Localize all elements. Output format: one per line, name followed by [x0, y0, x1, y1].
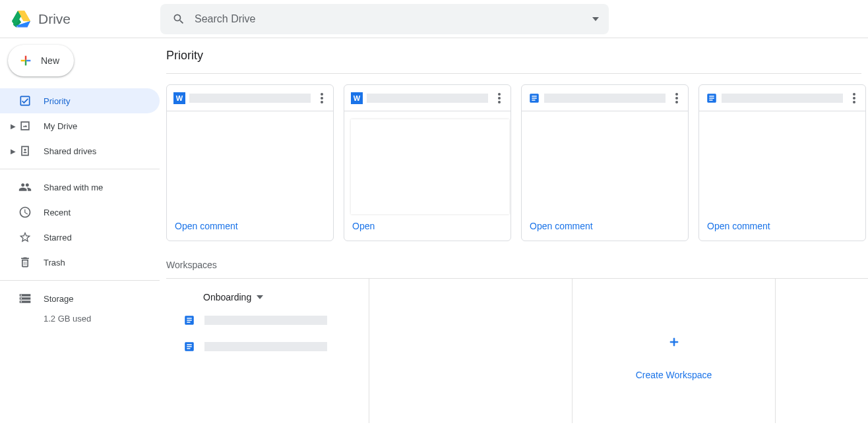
sidebar-item-storage[interactable]: Storage [0, 286, 160, 311]
card-preview [344, 111, 511, 213]
sidebar: New Priority ▶ My Drive [0, 38, 160, 429]
sidebar-item-my-drive[interactable]: ▶ My Drive [0, 113, 160, 138]
sidebar-item-label: Trash [44, 258, 65, 268]
card-more-button[interactable] [315, 88, 329, 108]
drive-logo-icon [12, 11, 30, 28]
plus-icon [18, 53, 33, 68]
file-title-placeholder [204, 342, 327, 351]
file-title-placeholder [367, 94, 488, 103]
workspace-column-empty [369, 279, 573, 423]
docs-file-icon [183, 314, 195, 326]
workspace-name-dropdown[interactable]: Onboarding [203, 292, 356, 302]
starred-icon [18, 231, 32, 244]
card-preview [522, 111, 688, 213]
priority-card[interactable]: Open comment [521, 84, 689, 241]
sidebar-item-trash[interactable]: Trash [0, 250, 160, 275]
workspaces-label: Workspaces [166, 260, 868, 270]
workspace-column-empty [776, 279, 868, 423]
page-title: Priority [166, 38, 861, 74]
sidebar-item-starred[interactable]: Starred [0, 225, 160, 250]
workspace-file-item[interactable] [179, 314, 356, 326]
storage-icon [18, 292, 32, 305]
priority-card[interactable]: W Open [344, 84, 511, 241]
trash-icon [18, 256, 32, 269]
workspace-file-item[interactable] [179, 341, 356, 353]
sidebar-item-priority[interactable]: Priority [0, 88, 160, 113]
caret-down-icon [592, 17, 599, 21]
priority-icon [18, 94, 32, 107]
file-title-placeholder [722, 94, 843, 103]
file-title-placeholder [189, 94, 311, 103]
expand-icon[interactable]: ▶ [11, 123, 16, 130]
storage-used-text: 1.2 GB used [44, 314, 160, 324]
shared-with-me-icon [18, 181, 32, 194]
search-bar[interactable] [160, 4, 609, 34]
new-button[interactable]: New [8, 45, 74, 76]
main-content: Priority W Open comment W [160, 38, 868, 429]
word-file-icon: W [173, 92, 185, 104]
sidebar-item-shared-drives[interactable]: ▶ Shared drives [0, 138, 160, 163]
more-vert-icon [321, 97, 323, 100]
card-preview [699, 111, 865, 213]
sidebar-item-label: Storage [44, 294, 74, 304]
card-action-link[interactable]: Open comment [522, 213, 688, 241]
card-more-button[interactable] [492, 88, 507, 108]
workspaces-row: Onboarding Create Workspace [166, 278, 868, 423]
sidebar-item-label: Shared with me [44, 183, 103, 192]
recent-icon [18, 206, 32, 219]
sidebar-item-recent[interactable]: Recent [0, 200, 160, 225]
brand-name: Drive [38, 11, 71, 27]
file-title-placeholder [204, 316, 327, 325]
workspace-name: Onboarding [203, 292, 251, 302]
search-input[interactable] [195, 13, 588, 25]
more-vert-icon [853, 97, 855, 100]
more-vert-icon [498, 97, 501, 100]
sidebar-item-label: Shared drives [44, 146, 96, 156]
docs-file-icon [706, 92, 718, 104]
shared-drives-icon [18, 144, 32, 157]
expand-icon[interactable]: ▶ [11, 148, 16, 155]
sidebar-item-label: My Drive [44, 121, 77, 131]
word-file-icon: W [351, 92, 363, 104]
search-options-dropdown[interactable] [588, 11, 604, 27]
caret-down-icon [257, 295, 263, 299]
search-icon [172, 13, 185, 26]
sidebar-item-label: Starred [44, 233, 72, 243]
priority-card[interactable]: Open comment [698, 84, 866, 241]
workspace-column: Onboarding [166, 279, 369, 423]
create-workspace-link[interactable]: Create Workspace [636, 370, 712, 380]
card-action-link[interactable]: Open comment [167, 213, 333, 241]
card-more-button[interactable] [847, 88, 861, 108]
plus-icon [667, 335, 681, 351]
more-vert-icon [675, 97, 678, 100]
file-title-placeholder [544, 94, 666, 103]
docs-file-icon [528, 92, 540, 104]
priority-card[interactable]: W Open comment [166, 84, 334, 241]
sidebar-item-label: Recent [44, 208, 71, 217]
card-action-link[interactable]: Open comment [699, 213, 865, 241]
brand[interactable]: Drive [12, 11, 160, 28]
new-button-label: New [41, 55, 59, 66]
priority-cards-row: W Open comment W Open [166, 84, 868, 241]
create-workspace-column[interactable]: Create Workspace [573, 279, 776, 423]
sidebar-item-label: Priority [44, 96, 70, 106]
my-drive-icon [18, 119, 32, 132]
sidebar-item-shared-with-me[interactable]: Shared with me [0, 175, 160, 200]
card-preview [167, 111, 333, 213]
docs-file-icon [183, 341, 195, 353]
card-action-link[interactable]: Open [344, 213, 511, 241]
header: Drive [0, 0, 868, 38]
card-more-button[interactable] [669, 88, 684, 108]
